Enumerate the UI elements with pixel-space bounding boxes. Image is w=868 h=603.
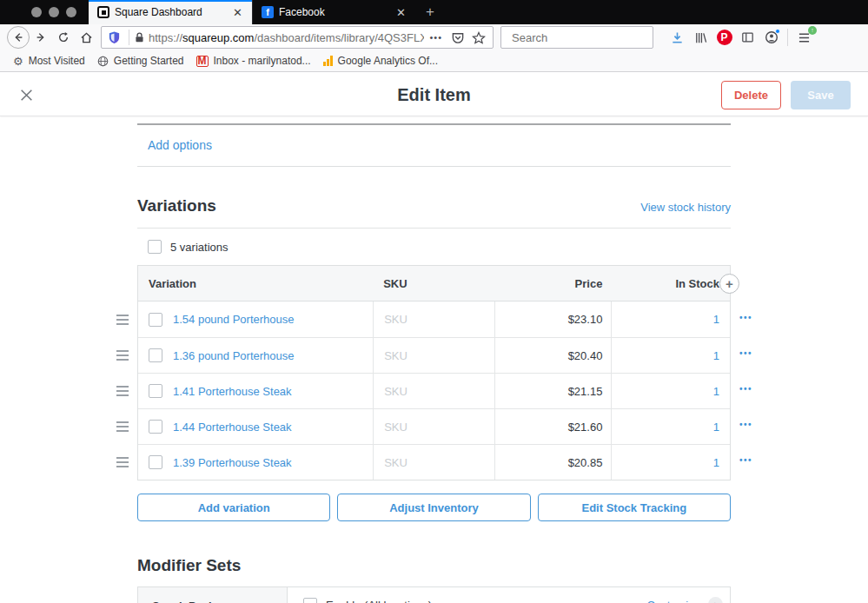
row-menu-icon[interactable]: ••• (739, 348, 752, 358)
tab-close-icon[interactable]: ✕ (230, 6, 245, 19)
price-value[interactable]: $23.10 (568, 313, 603, 326)
home-button[interactable] (75, 26, 97, 49)
modifier-enable-checkbox[interactable] (303, 598, 317, 603)
url-scheme: https:// (149, 31, 182, 44)
lock-icon[interactable] (134, 31, 149, 43)
edit-item-header: Edit Item Delete Save (0, 73, 868, 116)
section-divider (137, 123, 731, 125)
variation-row: 1.41 Porterhouse Steak $21.15 1 ••• (138, 373, 730, 408)
window-controls (0, 0, 89, 24)
edit-stock-tracking-button[interactable]: Edit Stock Tracking (538, 494, 731, 521)
pinterest-icon[interactable]: P (712, 26, 736, 49)
row-menu-icon[interactable]: ••• (739, 313, 752, 322)
sku-input[interactable] (384, 421, 494, 434)
bookmark-google-analytics[interactable]: Google Analytics Of... (319, 50, 446, 71)
price-value[interactable]: $21.15 (568, 385, 603, 398)
variation-name-link[interactable]: 1.36 pound Porterhouse (173, 349, 295, 362)
tab-square-dashboard[interactable]: Square Dashboard ✕ (89, 0, 252, 24)
delete-button[interactable]: Delete (721, 81, 781, 109)
sku-input[interactable] (384, 313, 494, 326)
downloads-icon[interactable] (666, 26, 689, 49)
pocket-icon[interactable] (447, 31, 468, 44)
row-menu-icon[interactable]: ••• (739, 384, 752, 394)
bookmark-inbox[interactable]: M Inbox - marilynatod... (192, 50, 319, 71)
in-stock-link[interactable]: 1 (713, 456, 719, 469)
price-value[interactable]: $20.40 (568, 349, 603, 362)
new-tab-button[interactable]: + (415, 0, 445, 24)
drag-handle-icon[interactable] (116, 421, 129, 432)
url-text[interactable]: https://squareup.com/dashboard/items/lib… (149, 31, 424, 44)
variation-name-link[interactable]: 1.54 pound Porterhouse (173, 313, 295, 326)
search-input[interactable] (512, 31, 665, 44)
add-variation-button[interactable]: Add variation (137, 494, 330, 521)
variation-row: 1.39 Porterhouse Steak $20.85 1 ••• (138, 444, 730, 480)
drag-handle-icon[interactable] (116, 315, 129, 325)
account-icon[interactable] (759, 26, 783, 49)
sidebar-icon[interactable] (736, 26, 759, 49)
library-icon[interactable] (689, 26, 712, 49)
gear-icon: ⚙ (13, 56, 23, 67)
divider (137, 166, 731, 167)
variation-name-link[interactable]: 1.41 Porterhouse Steak (173, 385, 292, 398)
column-header-in-stock: In Stock (611, 277, 730, 290)
variation-name-link[interactable]: 1.39 Porterhouse Steak (173, 456, 292, 469)
in-stock-link[interactable]: 1 (713, 421, 719, 434)
row-menu-icon[interactable]: ••• (739, 420, 752, 429)
variation-row: 1.54 pound Porterhouse $23.10 1 ••• (138, 302, 730, 337)
tab-title: Facebook (279, 6, 388, 18)
sku-input[interactable] (384, 385, 494, 398)
select-all-variations-checkbox[interactable] (148, 240, 162, 254)
back-button[interactable] (7, 26, 30, 49)
window-close-button[interactable] (31, 7, 42, 17)
window-minimize-button[interactable] (49, 7, 59, 17)
window-zoom-button[interactable] (66, 7, 76, 17)
modifier-set-name: Snack Pack (138, 587, 288, 603)
bookmark-getting-started[interactable]: Getting Started (93, 50, 192, 71)
search-bar[interactable] (500, 26, 653, 49)
in-stock-link[interactable]: 1 (713, 385, 719, 398)
reload-button[interactable] (52, 26, 75, 49)
gmail-icon: M (196, 56, 209, 67)
drag-handle-icon[interactable] (116, 350, 129, 361)
sku-input[interactable] (384, 349, 494, 362)
row-checkbox[interactable] (149, 420, 162, 434)
facebook-favicon-icon: f (262, 6, 274, 18)
tab-title: Square Dashboard (115, 6, 225, 18)
variations-title: Variations (137, 196, 216, 215)
variation-name-link[interactable]: 1.44 Porterhouse Steak (173, 421, 292, 434)
drag-handle-icon[interactable] (116, 386, 129, 396)
drag-handle-icon[interactable] (116, 457, 129, 467)
view-stock-history-link[interactable]: View stock history (640, 201, 731, 214)
in-stock-link[interactable]: 1 (713, 349, 719, 362)
url-bar[interactable]: https://squareup.com/dashboard/items/lib… (101, 26, 494, 49)
bookmark-star-icon[interactable] (468, 31, 493, 44)
bookmark-label: Most Visited (29, 55, 85, 67)
bookmark-most-visited[interactable]: ⚙ Most Visited (9, 50, 93, 71)
bookmark-label: Inbox - marilynatod... (214, 55, 311, 67)
add-column-button[interactable]: + (719, 274, 739, 294)
toolbar-right-icons: P ↑ (666, 26, 816, 49)
column-header-sku: SKU (373, 277, 494, 290)
chevron-right-icon[interactable]: › (708, 597, 723, 603)
bookmark-label: Getting Started (114, 55, 184, 67)
tab-facebook[interactable]: f Facebook ✕ (252, 0, 415, 24)
customize-link[interactable]: Customize (647, 599, 700, 603)
adjust-inventory-button[interactable]: Adjust Inventory (337, 494, 530, 521)
tab-close-icon[interactable]: ✕ (394, 6, 408, 19)
save-button[interactable]: Save (791, 81, 851, 109)
price-value[interactable]: $21.60 (568, 421, 603, 434)
row-checkbox[interactable] (149, 384, 162, 398)
page-actions-button[interactable]: ••• (424, 32, 447, 43)
price-value[interactable]: $20.85 (568, 456, 603, 469)
row-checkbox[interactable] (149, 313, 162, 327)
forward-button[interactable] (30, 26, 52, 49)
tracking-shield-icon[interactable] (102, 30, 124, 44)
menu-icon[interactable]: ↑ (792, 26, 816, 49)
row-menu-icon[interactable]: ••• (739, 455, 752, 465)
url-path: /dashboard/items/library/4QS3FLX (254, 31, 424, 44)
add-options-link[interactable]: Add options (148, 138, 212, 152)
in-stock-link[interactable]: 1 (713, 313, 719, 326)
sku-input[interactable] (384, 456, 494, 469)
row-checkbox[interactable] (149, 348, 162, 362)
row-checkbox[interactable] (149, 455, 162, 469)
